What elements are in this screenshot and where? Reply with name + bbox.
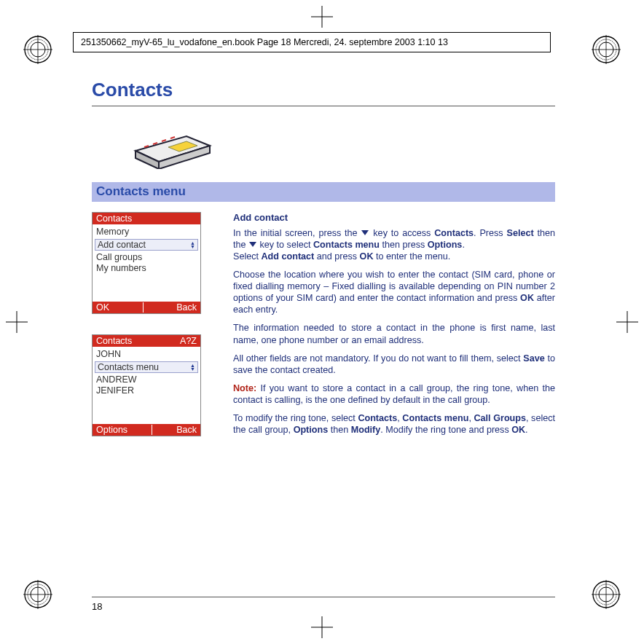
phone1-highlighted-row: Add contact ▲▼ (95, 239, 198, 251)
footer-rule (92, 597, 555, 597)
spinner-icon: ▲▼ (190, 241, 195, 248)
section-heading-bar: Contacts menu (92, 182, 555, 202)
phone2-row-john: JOHN (96, 349, 197, 360)
phone2-footer: Options Back (93, 423, 200, 436)
note-label: Note: (233, 383, 256, 393)
document-header-line: 251350662_myV-65_lu_vodafone_en.book Pag… (73, 32, 551, 52)
sim-card-icon (128, 118, 555, 169)
phone-screen-contacts-list: Contacts A?Z JOHN Contacts menu ▲▼ ANDRE… (92, 334, 201, 436)
page-title: Contacts (92, 79, 555, 101)
phone1-softkey-left: OK (96, 302, 109, 313)
phone2-header-right: A?Z (180, 336, 197, 346)
down-key-icon (249, 242, 256, 247)
phone2-row-andrew: ANDREW (96, 374, 197, 385)
spinner-icon: ▲▼ (190, 364, 195, 371)
section-heading-text: Contacts menu (96, 184, 186, 198)
phone2-header-left: Contacts (96, 336, 132, 346)
body-paragraph-note: Note: If you want to store a contact in … (233, 382, 555, 406)
phone2-highlight-text: Contacts menu (98, 362, 159, 372)
phone-screen-contacts-menu: Contacts Memory Add contact ▲▼ Call grou… (92, 212, 201, 314)
phone1-row-mynumbers: My numbers (96, 263, 197, 274)
registration-mark-bottom-right (592, 580, 621, 609)
phone1-header-text: Contacts (96, 213, 132, 224)
softkey-divider (143, 302, 144, 313)
phone1-row-memory: Memory (96, 227, 197, 237)
body-paragraph-4: All other fields are not mandatory. If y… (233, 353, 555, 376)
body-text-column: Add contact In the initial screen, press… (233, 212, 555, 457)
registration-mark-top-right (592, 35, 621, 64)
phone-mockups-column: Contacts Memory Add contact ▲▼ Call grou… (92, 212, 216, 457)
phone1-body: Memory Add contact ▲▼ Call groups My num… (93, 224, 200, 301)
body-subheading: Add contact (233, 212, 555, 224)
page-frame: 251350662_myV-65_lu_vodafone_en.book Pag… (66, 28, 578, 616)
phone1-header: Contacts (93, 213, 200, 224)
body-paragraph-2: Choose the location where you wish to en… (233, 269, 555, 315)
phone1-row-callgroups: Call groups (96, 252, 197, 263)
down-key-icon (361, 230, 369, 235)
phone1-highlight-text: Add contact (98, 240, 146, 250)
title-rule (92, 106, 555, 106)
phone2-body: JOHN Contacts menu ▲▼ ANDREW JENIFER (93, 347, 200, 423)
crop-mark-left (6, 311, 28, 333)
header-text: 251350662_myV-65_lu_vodafone_en.book Pag… (81, 37, 448, 47)
softkey-divider (152, 425, 152, 435)
svg-line-26 (162, 140, 166, 141)
page-content: Contacts Contacts menu (92, 79, 555, 594)
body-paragraph-1: In the initial screen, press the key to … (233, 227, 555, 262)
phone2-softkey-left: Options (96, 425, 127, 435)
crop-mark-top (311, 6, 333, 28)
registration-mark-top-left (23, 35, 52, 64)
phone2-header: Contacts A?Z (93, 335, 200, 347)
page-number: 18 (92, 601, 102, 612)
crop-mark-bottom (311, 616, 333, 638)
phone2-row-jenifer: JENIFER (96, 385, 197, 396)
phone1-softkey-right: Back (176, 302, 197, 313)
registration-mark-bottom-left (23, 580, 52, 609)
body-paragraph-3: The information needed to store a contac… (233, 322, 555, 345)
phone1-footer: OK Back (93, 301, 200, 313)
phone2-highlighted-row: Contacts menu ▲▼ (95, 361, 198, 373)
svg-line-27 (170, 137, 175, 138)
crop-mark-right (616, 311, 638, 333)
body-paragraph-6: To modify the ring tone, select Contacts… (233, 412, 555, 436)
phone2-softkey-right: Back (176, 425, 197, 435)
